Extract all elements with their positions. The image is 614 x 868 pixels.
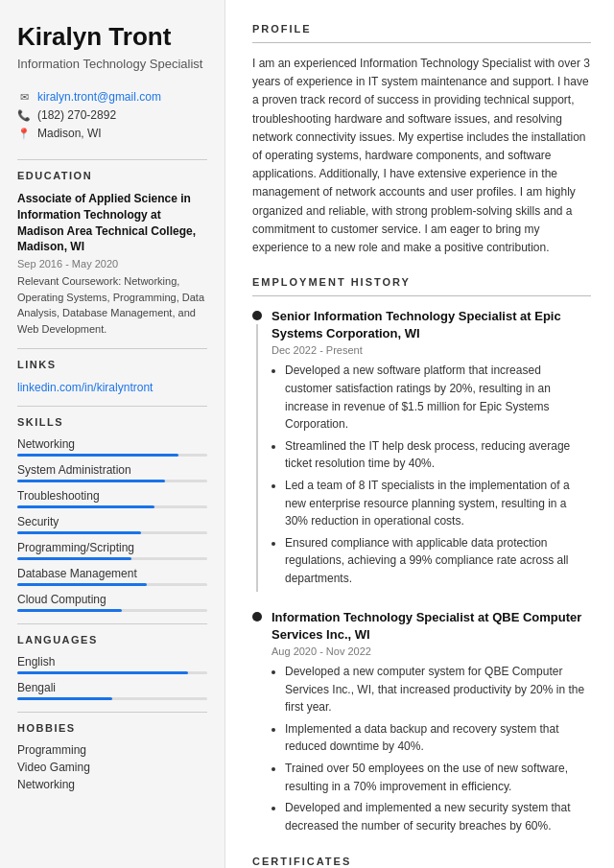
- contact-email: ✉ kiralyn.tront@gmail.com: [17, 90, 207, 104]
- languages-list: English Bengali: [17, 655, 207, 700]
- skill-bar-bg: [17, 454, 207, 457]
- skill-bar-bg: [17, 557, 207, 560]
- sidebar: Kiralyn Tront Information Technology Spe…: [0, 0, 225, 868]
- emp-dot-col: [252, 308, 262, 592]
- skill-bar-fill: [17, 480, 165, 482]
- candidate-title: Information Technology Specialist: [17, 56, 207, 73]
- skill-bar-bg: [17, 609, 207, 612]
- skill-item: Troubleshooting: [17, 489, 207, 508]
- location-icon: 📍: [17, 127, 31, 140]
- skill-bar-bg: [17, 583, 207, 586]
- skill-item: Security: [17, 515, 207, 534]
- employment-entry: Senior Information Technology Specialist…: [252, 308, 591, 592]
- languages-label: LANGUAGES: [17, 634, 207, 645]
- skill-name: Security: [17, 515, 207, 528]
- profile-divider: [252, 42, 591, 43]
- emp-dot: [252, 612, 262, 622]
- education-divider: [17, 159, 207, 160]
- hobbies-divider: [17, 712, 207, 713]
- skill-item: Programming/Scripting: [17, 541, 207, 560]
- skill-name: Networking: [17, 437, 207, 451]
- certificates-section-title: CERTIFICATES: [252, 856, 591, 867]
- links-divider: [17, 348, 207, 349]
- emp-content: Senior Information Technology Specialist…: [272, 308, 591, 592]
- bullet-item: Developed a new software platform that i…: [285, 362, 591, 433]
- emp-title: Senior Information Technology Specialist…: [272, 308, 591, 342]
- bullet-item: Developed and implemented a new security…: [285, 799, 591, 834]
- employment-list: Senior Information Technology Specialist…: [252, 308, 591, 838]
- main-content: PROFILE I am an experienced Information …: [225, 0, 614, 868]
- emp-bullets: Developed a new computer system for QBE …: [272, 663, 591, 834]
- emp-date: Dec 2022 - Present: [272, 344, 591, 356]
- skill-bar-bg: [17, 505, 207, 508]
- bullet-item: Led a team of 8 IT specialists in the im…: [285, 477, 591, 530]
- resume-container: Kiralyn Tront Information Technology Spe…: [0, 0, 614, 868]
- bullet-item: Developed a new computer system for QBE …: [285, 663, 591, 716]
- skill-bar-bg: [17, 531, 207, 534]
- skill-bar-fill: [17, 531, 141, 534]
- employment-section-title: EMPLOYMENT HISTORY: [252, 276, 591, 288]
- contact-location: 📍 Madison, WI: [17, 127, 207, 140]
- bullet-item: Trained over 50 employees on the use of …: [285, 760, 591, 795]
- linkedin-link[interactable]: linkedin.com/in/kiralyntront: [17, 381, 153, 394]
- language-bar-fill: [17, 697, 112, 700]
- edu-degree: Associate of Applied Science in Informat…: [17, 191, 207, 255]
- skill-name: Troubleshooting: [17, 489, 207, 503]
- contact-list: ✉ kiralyn.tront@gmail.com 📞 (182) 270-28…: [17, 90, 207, 140]
- hobby-item: Networking: [17, 778, 207, 791]
- skills-divider: [17, 406, 207, 407]
- links-section: linkedin.com/in/kiralyntront: [17, 380, 207, 394]
- skill-item: Cloud Computing: [17, 593, 207, 612]
- employment-divider: [252, 295, 591, 296]
- emp-bullets: Developed a new software platform that i…: [272, 362, 591, 587]
- skill-name: Cloud Computing: [17, 593, 207, 606]
- language-item: English: [17, 655, 207, 674]
- emp-date: Aug 2020 - Nov 2022: [272, 645, 591, 657]
- skills-list: Networking System Administration Trouble…: [17, 437, 207, 612]
- hobbies-list: ProgrammingVideo GamingNetworking: [17, 743, 207, 791]
- emp-line: [256, 324, 258, 592]
- emp-content: Information Technology Specialist at QBE…: [272, 609, 591, 839]
- employment-entry: Information Technology Specialist at QBE…: [252, 609, 591, 839]
- language-name: English: [17, 655, 207, 669]
- language-bar-fill: [17, 671, 188, 674]
- education-label: EDUCATION: [17, 170, 207, 181]
- emp-title: Information Technology Specialist at QBE…: [272, 609, 591, 644]
- language-item: Bengali: [17, 681, 207, 700]
- edu-coursework: Relevant Coursework: Networking, Operati…: [17, 273, 207, 337]
- skill-name: System Administration: [17, 463, 207, 477]
- profile-section-title: PROFILE: [252, 23, 591, 35]
- location-text: Madison, WI: [37, 127, 102, 140]
- hobbies-label: HOBBIES: [17, 722, 207, 734]
- language-bar-bg: [17, 671, 207, 674]
- skill-name: Programming/Scripting: [17, 541, 207, 554]
- bullet-item: Streamlined the IT help desk process, re…: [285, 437, 591, 473]
- profile-text: I am an experienced Information Technolo…: [252, 55, 591, 257]
- language-name: Bengali: [17, 681, 207, 694]
- skills-label: SKILLS: [17, 416, 207, 428]
- languages-divider: [17, 623, 207, 624]
- emp-dot: [252, 311, 262, 320]
- hobby-item: Programming: [17, 743, 207, 757]
- email-icon: ✉: [17, 90, 31, 104]
- emp-dot-col: [252, 609, 262, 839]
- bullet-item: Implemented a data backup and recovery s…: [285, 720, 591, 756]
- edu-date: Sep 2016 - May 2020: [17, 258, 207, 270]
- phone-icon: 📞: [17, 108, 31, 122]
- skill-name: Database Management: [17, 567, 207, 580]
- skill-item: System Administration: [17, 463, 207, 482]
- skill-bar-fill: [17, 583, 147, 586]
- skill-bar-fill: [17, 454, 178, 457]
- email-link[interactable]: kiralyn.tront@gmail.com: [37, 90, 161, 104]
- candidate-name: Kiralyn Tront: [17, 23, 207, 52]
- links-label: LINKS: [17, 359, 207, 370]
- contact-phone: 📞 (182) 270-2892: [17, 108, 207, 122]
- phone-text: (182) 270-2892: [37, 108, 116, 122]
- skill-bar-fill: [17, 557, 131, 560]
- skill-item: Database Management: [17, 567, 207, 586]
- language-bar-bg: [17, 697, 207, 700]
- skill-item: Networking: [17, 437, 207, 457]
- skill-bar-fill: [17, 505, 154, 508]
- skill-bar-bg: [17, 480, 207, 482]
- hobby-item: Video Gaming: [17, 761, 207, 774]
